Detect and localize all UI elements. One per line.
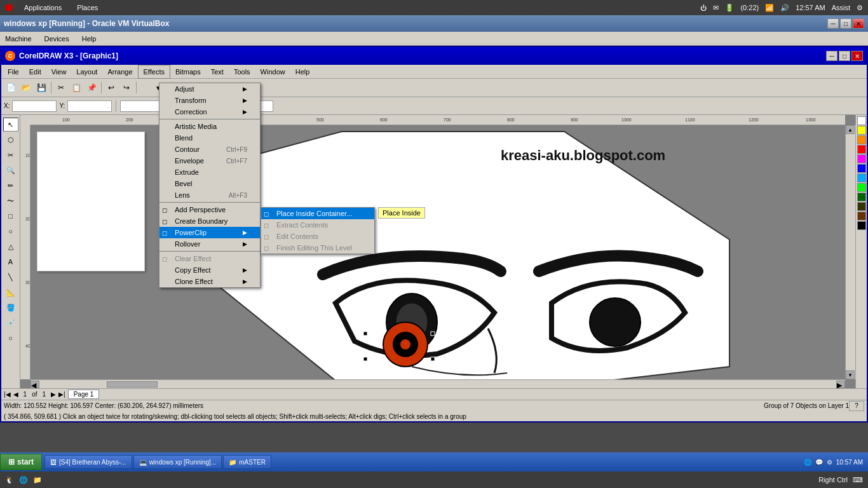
vm-close-btn[interactable]: ✕ — [853, 18, 864, 29]
tool-outline[interactable]: ○ — [3, 331, 18, 345]
submenu-place-inside[interactable]: ◻ Place Inside Container... — [261, 208, 374, 219]
tb-new[interactable]: 📄 — [4, 81, 18, 94]
vscroll-down[interactable]: ▼ — [846, 370, 855, 379]
coord-x-input[interactable]: 630.206 mm — [12, 100, 57, 112]
color-white[interactable] — [857, 116, 866, 125]
menu-item-artistic-media[interactable]: Artistic Media — [159, 121, 260, 132]
cdraw-restore-btn[interactable]: □ — [839, 51, 850, 61]
page-tab-1[interactable]: Page 1 — [68, 390, 100, 399]
vm-menu-help[interactable]: Help — [79, 34, 99, 44]
tool-eyedropper[interactable]: 💉 — [3, 316, 18, 330]
menu-item-envelope[interactable]: Envelope Ctrl+F7 — [159, 155, 260, 166]
color-cyan[interactable] — [857, 173, 866, 182]
applications-menu[interactable]: Applications — [20, 3, 65, 13]
menu-item-powerclip[interactable]: ◻ PowerClip ▶ — [159, 227, 260, 238]
tool-select[interactable]: ↖ — [3, 118, 18, 132]
menu-item-blend[interactable]: Blend — [159, 132, 260, 144]
menu-file[interactable]: File — [3, 65, 24, 79]
help-btn[interactable]: ? — [849, 401, 864, 411]
coord-y-input[interactable]: 264.927 mm — [67, 100, 112, 112]
tool-text[interactable]: A — [3, 255, 18, 269]
vscroll-up[interactable]: ▲ — [846, 125, 855, 134]
tb-open[interactable]: 📂 — [19, 81, 33, 94]
tb-paste[interactable]: 📌 — [85, 81, 98, 94]
tool-fill[interactable]: 🪣 — [3, 301, 18, 315]
taskbar-item-2[interactable]: 📁 mASTER — [223, 455, 271, 469]
tb-copy[interactable]: 📋 — [69, 81, 83, 94]
cdraw-close-btn[interactable]: ✕ — [851, 51, 863, 61]
menu-item-clone-effect[interactable]: Clone Effect ▶ — [159, 276, 260, 287]
menu-item-contour[interactable]: Contour Ctrl+F9 — [159, 144, 260, 155]
hscroll-thumb[interactable] — [107, 381, 158, 388]
h-scrollbar[interactable]: ◀ ▶ — [31, 379, 845, 388]
tool-ellipse[interactable]: ○ — [3, 224, 18, 238]
menu-item-create-boundary[interactable]: ◻ Create Boundary — [159, 215, 260, 227]
menu-arrange[interactable]: Arrange — [102, 65, 137, 79]
menu-text[interactable]: Text — [206, 65, 229, 79]
vm-maximize-btn[interactable]: □ — [840, 18, 851, 29]
tb-save[interactable]: 💾 — [34, 81, 48, 94]
menu-item-lens[interactable]: Lens Alt+F3 — [159, 189, 260, 201]
page-nav-first[interactable]: |◀ — [4, 391, 11, 398]
color-black[interactable] — [857, 221, 866, 230]
page-nav-prev[interactable]: ◀ — [13, 391, 18, 398]
tool-zoom[interactable]: 🔍 — [3, 163, 18, 177]
tb-cut[interactable]: ✂ — [54, 81, 68, 94]
menu-item-transform[interactable]: Transform ▶ — [159, 95, 260, 106]
color-orange[interactable] — [857, 135, 866, 144]
tb-redo[interactable]: ↪ — [119, 81, 133, 94]
vm-minimize-btn[interactable]: ─ — [827, 18, 839, 29]
files-icon[interactable]: 📁 — [33, 476, 42, 484]
hscroll-right[interactable]: ▶ — [836, 381, 845, 388]
menu-layout[interactable]: Layout — [71, 65, 102, 79]
browser-icon[interactable]: 🌐 — [19, 476, 28, 484]
tool-measure[interactable]: 📐 — [3, 285, 18, 299]
tool-freehand[interactable]: ✏ — [3, 179, 18, 193]
menu-item-bevel[interactable]: Bevel — [159, 178, 260, 189]
tool-crop[interactable]: ✂ — [3, 148, 18, 162]
vm-menu-machine[interactable]: Machine — [3, 34, 34, 44]
color-yellow[interactable] — [857, 126, 866, 135]
page-nav-last[interactable]: ▶| — [58, 391, 65, 398]
menu-help[interactable]: Help — [290, 65, 315, 79]
color-blue[interactable] — [857, 164, 866, 173]
menu-edit[interactable]: Edit — [24, 65, 46, 79]
menu-tools[interactable]: Tools — [229, 65, 255, 79]
menu-effects[interactable]: Effects — [138, 65, 170, 79]
tool-shape[interactable]: ⬡ — [3, 133, 18, 147]
assist-btn[interactable]: Assist — [832, 4, 850, 11]
color-olive[interactable] — [857, 202, 866, 211]
cdraw-minimize-btn[interactable]: ─ — [826, 51, 837, 61]
menu-item-copy-effect[interactable]: Copy Effect ▶ — [159, 264, 260, 276]
ubuntu-close-btn[interactable] — [5, 4, 13, 11]
color-red[interactable] — [857, 145, 866, 154]
color-darkgreen[interactable] — [857, 193, 866, 201]
color-magenta[interactable] — [857, 154, 866, 163]
tb-undo[interactable]: ↩ — [104, 81, 118, 94]
menu-item-add-perspective[interactable]: ◻ Add Perspective — [159, 204, 260, 215]
ubuntu-logo-icon[interactable]: 🐧 — [5, 476, 14, 484]
tool-connector[interactable]: ╲ — [3, 270, 18, 284]
v-scrollbar[interactable]: ▲ ▼ — [845, 125, 855, 379]
vm-menu-devices[interactable]: Devices — [42, 34, 72, 44]
menu-window[interactable]: Window — [255, 65, 290, 79]
width-input[interactable]: 120.552 mm — [120, 100, 165, 112]
page-nav-next[interactable]: ▶ — [51, 391, 56, 398]
hscroll-left[interactable]: ◀ — [31, 381, 39, 388]
taskbar-item-1[interactable]: 💻 windows xp [Running]... — [133, 455, 222, 469]
color-brown[interactable] — [857, 212, 866, 220]
tool-smart[interactable]: 〜 — [3, 194, 18, 208]
start-button[interactable]: ⊞ start — [0, 454, 42, 470]
taskbar-item-0[interactable]: 🖼 [S4] Bretheran Abyss-... — [44, 455, 132, 469]
places-menu[interactable]: Places — [73, 3, 102, 13]
menu-bitmaps[interactable]: Bitmaps — [170, 65, 206, 79]
menu-item-rollover[interactable]: Rollover ▶ — [159, 238, 260, 250]
tool-polygon[interactable]: △ — [3, 240, 18, 254]
menu-item-adjust[interactable]: Adjust ▶ — [159, 83, 260, 95]
menu-view[interactable]: View — [46, 65, 72, 79]
color-green[interactable] — [857, 183, 866, 192]
tool-rect[interactable]: □ — [3, 209, 18, 223]
menu-item-extrude[interactable]: Extrude — [159, 166, 260, 178]
settings-icon[interactable]: ⚙ — [857, 4, 863, 12]
menu-item-correction[interactable]: Correction ▶ — [159, 106, 260, 118]
